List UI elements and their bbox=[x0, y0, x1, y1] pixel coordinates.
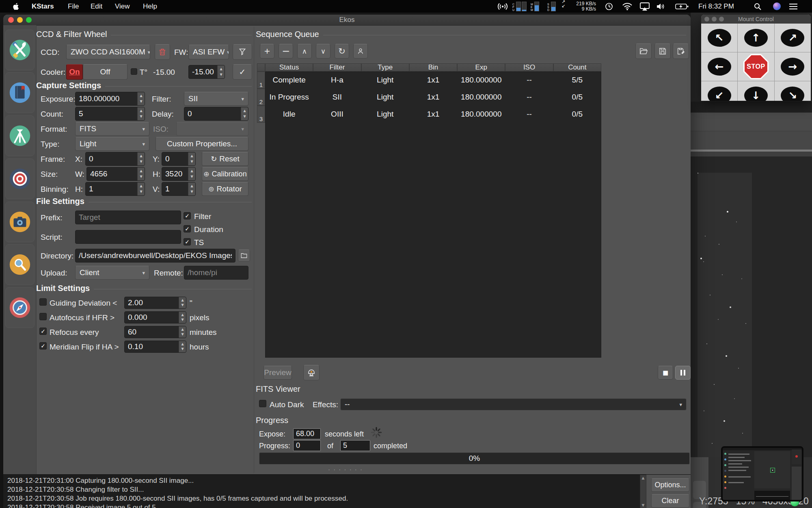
binning-h-spinbox[interactable]: 1 bbox=[85, 182, 145, 196]
auto-dark-checkbox[interactable] bbox=[259, 400, 266, 407]
rotator-button[interactable]: Rotator bbox=[202, 182, 248, 196]
mount-west-button[interactable] bbox=[701, 52, 737, 81]
row-3-number[interactable]: 3 bbox=[257, 106, 265, 123]
set-temperature-button[interactable] bbox=[233, 64, 252, 80]
tab-focus[interactable] bbox=[5, 244, 35, 285]
airplay-icon[interactable] bbox=[639, 0, 650, 13]
row-2-number[interactable]: 2 bbox=[257, 89, 265, 106]
siri-icon[interactable] bbox=[773, 0, 781, 13]
col-iso[interactable]: ISO bbox=[505, 63, 553, 72]
exposure-spinbox[interactable]: 180.000000 bbox=[75, 92, 145, 106]
mount-east-button[interactable] bbox=[775, 52, 811, 81]
tab-mount[interactable] bbox=[5, 115, 35, 156]
refocus-every-spinbox[interactable]: 60 bbox=[124, 326, 186, 338]
wifi-icon[interactable] bbox=[622, 0, 633, 13]
save-sequence-button[interactable] bbox=[654, 43, 671, 59]
filter-manager-button[interactable] bbox=[233, 44, 252, 60]
options-button[interactable]: Options... bbox=[651, 478, 689, 492]
scroll-down-icon[interactable]: ▼ bbox=[640, 503, 646, 507]
menu-clock[interactable]: Fri 8:32 PM bbox=[698, 0, 734, 13]
log-scrollbar[interactable]: ▲ ▼ bbox=[640, 475, 646, 508]
tab-align[interactable] bbox=[5, 158, 35, 199]
guiding-deviation-checkbox[interactable] bbox=[39, 298, 47, 306]
calibration-button[interactable]: Calibration bbox=[202, 167, 248, 181]
ssd-meter[interactable]: SSD bbox=[547, 2, 556, 11]
script-input[interactable] bbox=[75, 230, 181, 244]
menu-app-name[interactable]: KStars bbox=[32, 0, 54, 13]
menu-edit[interactable]: Edit bbox=[91, 0, 102, 13]
progress-total-field[interactable]: 5 bbox=[340, 440, 370, 451]
filter-wheel-select[interactable]: ASI EFW bbox=[188, 45, 229, 59]
format-select[interactable]: FITS bbox=[75, 122, 149, 136]
col-status[interactable]: Status bbox=[265, 63, 313, 72]
table-row[interactable]: Idle OIII Light 1x1 180.000000 -- 0/5 bbox=[265, 106, 601, 123]
col-bin[interactable]: Bin bbox=[409, 63, 457, 72]
pause-sequence-button[interactable] bbox=[675, 366, 691, 380]
duration-checkbox[interactable] bbox=[184, 225, 191, 232]
frame-x-spinbox[interactable]: 0 bbox=[85, 152, 145, 166]
battery-icon[interactable] bbox=[675, 0, 689, 13]
temp-setpoint-spinbox[interactable]: -15.00 bbox=[188, 65, 225, 79]
table-row[interactable]: In Progress SII Light 1x1 180.000000 -- … bbox=[265, 89, 601, 106]
binning-v-spinbox[interactable]: 1 bbox=[162, 182, 196, 196]
directory-input[interactable] bbox=[75, 249, 235, 263]
network-rates[interactable]: 219 KB/s 9 KB/s bbox=[570, 0, 596, 13]
live-video-button[interactable] bbox=[303, 365, 320, 380]
custom-properties-button[interactable]: Custom Properties... bbox=[155, 137, 248, 151]
log-splitter-handle[interactable] bbox=[328, 466, 363, 473]
broadcast-icon[interactable] bbox=[496, 0, 509, 13]
temperature-checkbox[interactable] bbox=[131, 68, 137, 75]
mount-titlebar[interactable]: Mount Control bbox=[701, 15, 811, 24]
trash-button[interactable] bbox=[155, 44, 170, 60]
notification-list-icon[interactable] bbox=[789, 0, 798, 13]
row-1-number[interactable]: 1 bbox=[257, 72, 265, 89]
meridian-flip-spinbox[interactable]: 0.10 bbox=[124, 341, 186, 353]
cooler-off-button[interactable]: Off bbox=[83, 64, 127, 80]
mount-ne-button[interactable] bbox=[775, 24, 811, 52]
apple-menu[interactable] bbox=[13, 0, 20, 13]
mount-north-button[interactable] bbox=[738, 24, 774, 52]
cooler-on-button[interactable]: On bbox=[66, 64, 83, 80]
tab-guide[interactable] bbox=[5, 287, 35, 328]
spotlight-search-icon[interactable] bbox=[754, 0, 762, 13]
menu-view[interactable]: View bbox=[115, 0, 130, 13]
time-machine-icon[interactable] bbox=[605, 0, 613, 13]
network-arrows-icon[interactable]: ↗↙ bbox=[561, 0, 565, 13]
scroll-up-icon[interactable]: ▲ bbox=[640, 476, 646, 480]
ccd-select[interactable]: ZWO CCD ASI1600M bbox=[66, 45, 150, 59]
remove-job-button[interactable] bbox=[279, 44, 293, 59]
autofocus-hfr-checkbox[interactable] bbox=[39, 313, 47, 320]
move-job-up-button[interactable] bbox=[297, 44, 312, 59]
progress-done-field[interactable]: 0 bbox=[293, 440, 321, 451]
delay-spinbox[interactable]: 0 bbox=[184, 107, 248, 121]
remote-input[interactable] bbox=[184, 266, 248, 280]
preview-button[interactable]: Preview bbox=[263, 366, 292, 380]
table-row[interactable]: Complete H-a Light 1x1 180.000000 -- 5/5 bbox=[265, 72, 601, 89]
filter-select[interactable]: SII bbox=[184, 92, 248, 106]
mount-south-button[interactable] bbox=[738, 81, 774, 101]
ts-checkbox[interactable] bbox=[184, 238, 191, 245]
upload-select[interactable]: Client bbox=[75, 266, 149, 280]
add-job-button[interactable] bbox=[260, 44, 274, 59]
autofocus-hfr-spinbox[interactable]: 0.000 bbox=[124, 311, 186, 323]
col-filter[interactable]: Filter bbox=[313, 63, 361, 72]
mem-meter[interactable]: MEM bbox=[531, 2, 539, 11]
col-count[interactable]: Count bbox=[553, 63, 601, 72]
refocus-every-checkbox[interactable] bbox=[39, 328, 47, 335]
expose-remaining-field[interactable]: 68.00 bbox=[293, 428, 321, 439]
cpu-meter[interactable]: CPU bbox=[512, 2, 527, 11]
tab-setup[interactable] bbox=[5, 30, 35, 70]
tab-capture[interactable] bbox=[5, 202, 35, 242]
mount-se-button[interactable] bbox=[775, 81, 811, 101]
screen-preview-window[interactable] bbox=[721, 446, 803, 501]
observer-button[interactable] bbox=[353, 44, 368, 59]
ekos-titlebar[interactable]: Ekos bbox=[3, 15, 691, 26]
reset-frame-button[interactable]: Reset bbox=[202, 152, 248, 166]
stop-sequence-button[interactable] bbox=[658, 366, 673, 380]
size-w-spinbox[interactable]: 4656 bbox=[86, 167, 145, 181]
prefix-input[interactable] bbox=[75, 211, 181, 224]
mount-sw-button[interactable] bbox=[701, 81, 737, 101]
effects-select[interactable]: -- bbox=[340, 398, 687, 410]
frame-y-spinbox[interactable]: 0 bbox=[162, 152, 196, 166]
type-select[interactable]: Light bbox=[75, 137, 149, 151]
